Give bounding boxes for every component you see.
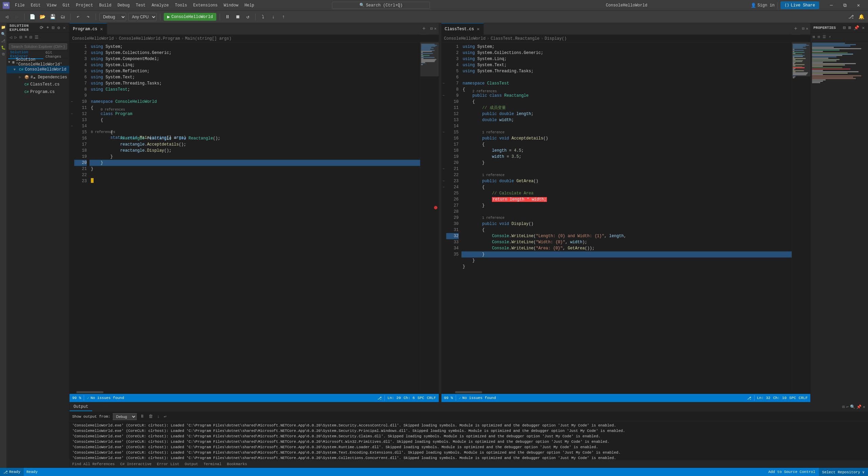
activity-explorer[interactable]: 📁 — [1, 24, 6, 30]
restore-button[interactable]: ⧉ — [838, 0, 852, 11]
minimize-button[interactable]: ─ — [825, 0, 838, 11]
menu-window[interactable]: Window — [221, 2, 241, 9]
toolbar-restart[interactable]: ↺ — [244, 13, 252, 21]
prop-icon-3[interactable]: ☰ — [822, 34, 827, 40]
toolbar-fwd[interactable]: ▷ — [13, 13, 21, 21]
se-collapse-icon[interactable]: ⊟ — [29, 34, 33, 41]
left-issues[interactable]: ✓ No issues found — [87, 396, 124, 400]
close-program-tab[interactable]: ✕ — [99, 25, 103, 33]
right-code-lines[interactable]: using System; using System.Collections.G… — [461, 42, 792, 391]
filter-icon[interactable]: ⊟ — [51, 24, 55, 31]
search-box[interactable]: 🔍 Search (Ctrl+Q) — [332, 2, 430, 9]
sign-in-button[interactable]: 👤 Sign in — [751, 3, 774, 8]
menu-project[interactable]: Project — [73, 2, 96, 9]
left-h-scrollbar[interactable] — [70, 391, 439, 394]
add-to-source-control-button[interactable]: Add to Source Control — [765, 468, 819, 476]
toolbar-step-out[interactable]: ↑ — [279, 13, 288, 21]
bottom-tab-bookmarks[interactable]: Bookmarks — [227, 461, 247, 467]
bottom-tab-output-label[interactable]: Output — [185, 461, 198, 467]
menu-edit[interactable]: Edit — [28, 2, 43, 9]
bottom-tab-error-list[interactable]: Error List — [157, 461, 179, 467]
toolbar-step-over[interactable]: ⤵ — [259, 13, 267, 21]
add-tab-right[interactable]: + — [791, 24, 800, 33]
close-editor-icon[interactable]: ✕ — [434, 26, 436, 31]
output-source-select[interactable]: Debug Build General — [113, 413, 137, 420]
prop-group-icon[interactable]: ⊞ — [848, 24, 852, 31]
tab-program-cs[interactable]: Program.cs ✕ — [70, 23, 107, 35]
right-issues[interactable]: ✓ No issues found — [459, 396, 496, 400]
menu-help[interactable]: Help — [242, 2, 257, 9]
menu-tools[interactable]: Tools — [172, 2, 190, 9]
prop-sort-icon[interactable]: ⊟ — [843, 24, 847, 31]
run-button[interactable]: ▶ ConsoleHelloWorld — [164, 13, 216, 21]
toolbar-step-in[interactable]: ↓ — [269, 13, 277, 21]
se-fwd-icon[interactable]: ▷ — [14, 34, 18, 41]
activity-git[interactable]: ⎇ — [1, 38, 6, 43]
dependencies-item[interactable]: ▷ 📦 #☁ Dependencies — [7, 73, 69, 81]
prop-icon-1[interactable]: ⊞ — [812, 34, 816, 40]
menu-extensions[interactable]: Extensions — [191, 2, 220, 9]
solution-root-item[interactable]: ▼ ⊞ Solution 'ConsoleHelloWorld' — [7, 58, 69, 66]
toolbar-stop[interactable]: ⏹ — [234, 13, 242, 21]
menu-file[interactable]: File — [12, 2, 27, 9]
output-clear-icon[interactable]: 🗑 — [148, 413, 154, 420]
se-back-icon[interactable]: ◁ — [9, 34, 13, 41]
split-editor-right-icon[interactable]: ⊟ — [430, 26, 433, 31]
add-tab-left[interactable]: + — [419, 24, 428, 33]
menu-git[interactable]: Git — [60, 2, 73, 9]
toolbar-undo[interactable]: ↶ — [74, 13, 82, 21]
git-branch-button[interactable]: ⎇ Ready — [0, 468, 24, 476]
status-ready[interactable]: Ready — [24, 470, 40, 474]
pin-output-icon[interactable]: 📌 — [856, 404, 862, 410]
tab-classtest-cs[interactable]: ClassTest.cs ✕ — [441, 23, 484, 35]
menu-analyze[interactable]: Analyze — [149, 2, 171, 9]
live-share-button[interactable]: ⟨⟩ Live Share — [781, 1, 819, 9]
right-h-scrollbar[interactable] — [441, 391, 811, 394]
platform-dropdown[interactable]: Any CPU x64 x86 — [128, 13, 157, 21]
toolbar-new[interactable]: 📄 — [28, 13, 36, 21]
close-classtest-tab[interactable]: ✕ — [476, 25, 480, 33]
debug-config-dropdown[interactable]: Debug Release — [99, 13, 126, 21]
sync-namespace-icon[interactable]: ⟳ — [39, 24, 44, 31]
toolbar-notifications[interactable]: 🔔 — [857, 13, 865, 21]
settings-icon[interactable]: ⚙ — [57, 24, 61, 31]
se-options-icon[interactable]: ☰ — [34, 34, 39, 41]
toolbar-pause[interactable]: ⏸ — [223, 13, 232, 21]
close-button[interactable]: ✕ — [852, 0, 865, 11]
bottom-tab-terminal[interactable]: Terminal — [203, 461, 221, 467]
classtest-item[interactable]: C# ClassTest.cs — [7, 81, 69, 88]
search-solution-explorer-input[interactable] — [9, 43, 67, 50]
split-right-icon[interactable]: ⊟ — [802, 26, 805, 31]
toolbar-git[interactable]: ⎇ — [847, 13, 855, 21]
toolbar-back[interactable]: ◁ — [3, 13, 11, 21]
project-item[interactable]: ▼ C# ConsoleHelloWorld — [7, 66, 69, 73]
close-properties-icon[interactable]: ✕ — [861, 24, 865, 31]
left-code-lines[interactable]: using System; using System.Collections.G… — [90, 42, 420, 391]
close-output-icon[interactable]: ✕ — [863, 404, 865, 410]
toolbar-save[interactable]: 💾 — [48, 13, 57, 21]
prop-icon-4[interactable]: ⚡ — [828, 34, 832, 40]
toolbar-redo[interactable]: ↷ — [84, 13, 92, 21]
activity-extensions[interactable]: ⧉ — [1, 52, 6, 57]
menu-test[interactable]: Test — [133, 2, 149, 9]
activity-search[interactable]: 🔍 — [1, 31, 6, 37]
output-autoscroll-icon[interactable]: ↓ — [156, 413, 160, 420]
prop-pin-icon[interactable]: 📌 — [853, 24, 860, 31]
select-repository-button[interactable]: Select Repository ∨ — [819, 468, 868, 476]
menu-build[interactable]: Build — [96, 2, 114, 9]
se-showall-icon[interactable]: ≡ — [24, 34, 28, 40]
close-right-editor-icon[interactable]: ✕ — [806, 26, 808, 31]
clear-output-icon[interactable]: ⊡ — [842, 404, 845, 410]
new-solution-icon[interactable]: + — [46, 24, 50, 31]
output-word-wrap-icon[interactable]: ↩ — [163, 413, 167, 420]
menu-debug[interactable]: Debug — [115, 2, 132, 9]
find-in-output-icon[interactable]: 🔍 — [850, 404, 855, 410]
activity-debug[interactable]: 🐛 — [1, 45, 6, 50]
program-item[interactable]: C# Program.cs — [7, 88, 69, 96]
se-syncwith-icon[interactable]: ⊡ — [19, 34, 23, 41]
wrap-output-icon[interactable]: ↩ — [846, 404, 849, 410]
bottom-tab-cs-interactive[interactable]: C# Interactive — [120, 461, 151, 467]
bottom-tab-find-references[interactable]: Find All References — [72, 461, 115, 467]
close-panel-icon[interactable]: ✕ — [62, 24, 66, 31]
toolbar-open[interactable]: 📂 — [38, 13, 46, 21]
